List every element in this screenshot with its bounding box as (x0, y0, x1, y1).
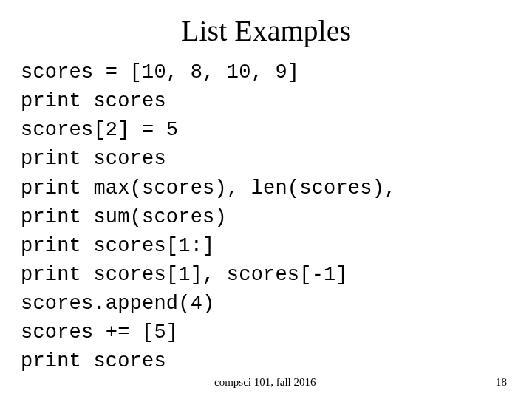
code-line: print sum(scores) (21, 206, 227, 228)
code-block: scores = [10, 8, 10, 9] print scores sco… (21, 58, 511, 377)
code-line: print scores (21, 350, 166, 372)
code-line: scores = [10, 8, 10, 9] (21, 61, 299, 83)
code-line: print scores (21, 148, 166, 170)
slide: List Examples scores = [10, 8, 10, 9] pr… (0, 0, 532, 399)
code-line: print scores[1], scores[-1] (21, 264, 348, 286)
code-line: print scores (21, 90, 166, 112)
footer-page-number: 18 (496, 376, 507, 389)
code-line: scores[2] = 5 (21, 119, 178, 141)
code-line: print max(scores), len(scores), (21, 177, 396, 200)
code-line: scores += [5] (21, 321, 178, 344)
code-line: print scores[1:] (21, 235, 214, 257)
code-line: scores.append(4) (21, 293, 214, 315)
footer-course: compsci 101, fall 2016 (214, 376, 316, 389)
slide-title: List Examples (21, 13, 511, 48)
